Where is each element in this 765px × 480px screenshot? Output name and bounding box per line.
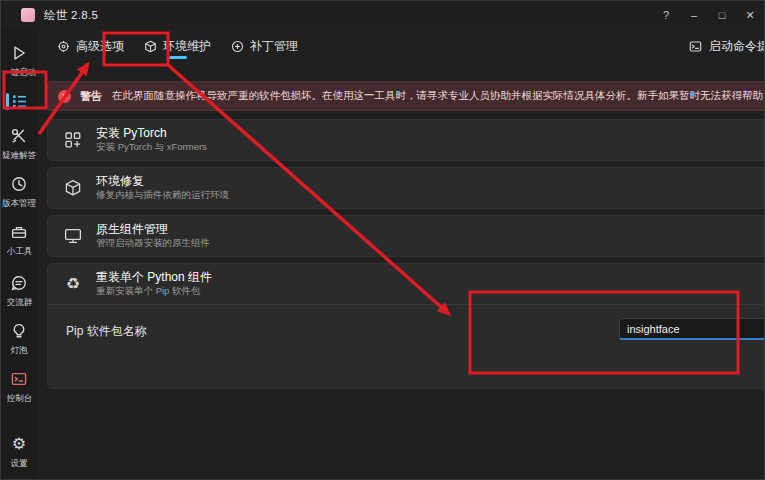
monitor-icon [62,225,84,247]
card-subtitle: 修复内核与插件依赖的运行环境 [96,190,229,200]
card-header-env-repair[interactable]: 环境修复 修复内核与插件依赖的运行环境 [48,168,765,208]
sidebar-item-label: 小工具 [6,245,32,257]
chat-icon [9,273,29,293]
environment-maintenance-icon [144,40,157,53]
selected-indicator [6,93,9,110]
play-icon [9,43,29,63]
sidebar: 一键启动 [1,29,37,480]
advanced-options-icon [57,40,70,53]
sidebar-item-troubleshoot[interactable]: 疑难解答 [1,122,37,165]
sidebar-item-label: 灯泡 [10,344,27,356]
card-reinstall-python-component: ♻ 重装单个 Python 组件 重新安装单个 Pip 软件包 Pip 软件包名… [47,263,765,389]
maximize-button[interactable]: □ [708,1,736,29]
sidebar-item-label: 版本管理 [2,197,36,209]
lightbulb-icon [9,321,29,341]
tab-bar: 高级选项 环境维护 补丁管理 [37,29,765,63]
patch-management-icon [231,40,244,53]
command-prompt-label: 启动命令提示符 [709,38,765,55]
sidebar-item-label: 一键启动 [2,66,36,78]
active-tab-indicator [169,56,187,59]
card-env-repair: 环境修复 修复内核与插件依赖的运行环境 [47,167,765,209]
card-title: 环境修复 [96,175,229,188]
tab-patch-management[interactable]: 补丁管理 [221,29,308,63]
sidebar-item-quick-launch[interactable]: 一键启动 [1,39,37,82]
card-title: 原生组件管理 [96,223,210,236]
error-icon: ✕ [58,90,71,103]
console-icon [9,369,29,389]
pip-reinstall-form: Pip 软件包名称 insightface ✕ 重新安装 [48,304,765,388]
window-title: 绘世 2.8.5 [44,8,98,23]
tab-advanced-options[interactable]: 高级选项 [47,29,134,63]
pip-package-name-label: Pip 软件包名称 [66,323,147,372]
recycle-icon: ♻ [62,273,84,295]
sidebar-item-settings[interactable]: ⚙ 设置 [1,430,37,473]
card-title: 重装单个 Python 组件 [96,271,212,284]
warning-text: 在此界面随意操作将导致严重的软件包损坏。在使用这一工具时，请寻求专业人员协助并根… [112,89,765,103]
card-subtitle: 安装 PyTorch 与 xFormers [96,142,207,152]
sidebar-item-advanced-list[interactable] [1,87,37,117]
app-logo-icon [21,8,35,22]
toolbox-icon [9,222,29,242]
sidebar-item-chat-group[interactable]: 交流群 [1,269,37,312]
card-native-components: 原生组件管理 管理启动器安装的原生组件 [47,215,765,257]
content-area: ✕ 警告 在此界面随意操作将导致严重的软件包损坏。在使用这一工具时，请寻求专业人… [37,63,765,480]
sidebar-item-label: 控制台 [6,392,32,404]
settings-gear-icon: ⚙ [9,434,29,454]
sidebar-item-lightbulb[interactable]: 灯泡 [1,317,37,360]
window-controls: ? – □ ✕ [652,1,764,29]
sidebar-item-version[interactable]: 版本管理 [1,170,37,213]
sidebar-item-label: 交流群 [6,296,32,308]
pytorch-install-icon [62,129,84,151]
card-title: 安装 PyTorch [96,127,207,140]
sidebar-item-console[interactable]: 控制台 [1,365,37,408]
help-button[interactable]: ? [652,1,680,29]
main-panel: 高级选项 环境维护 补丁管理 [37,29,765,480]
minimize-button[interactable]: – [680,1,708,29]
tab-label: 高级选项 [76,38,124,55]
tab-label: 环境维护 [163,38,211,55]
package-cube-icon [62,177,84,199]
sidebar-item-label: 设置 [10,457,27,469]
history-icon [9,174,29,194]
tools-icon [9,126,29,146]
close-button[interactable]: ✕ [736,1,764,29]
warning-banner: ✕ 警告 在此界面随意操作将导致严重的软件包损坏。在使用这一工具时，请寻求专业人… [47,81,765,111]
terminal-icon [689,40,702,53]
warning-label: 警告 [80,89,102,104]
card-subtitle: 管理启动器安装的原生组件 [96,238,210,248]
title-bar: 绘世 2.8.5 ? – □ ✕ [1,1,764,29]
card-install-pytorch: 安装 PyTorch 安装 PyTorch 与 xFormers [47,119,765,161]
command-prompt-button[interactable]: 启动命令提示符 [679,33,765,60]
list-icon [9,91,29,111]
sidebar-item-label: 疑难解答 [2,149,36,161]
card-header-install-pytorch[interactable]: 安装 PyTorch 安装 PyTorch 与 xFormers [48,120,765,160]
pip-package-name-input[interactable]: insightface ✕ [619,318,765,340]
input-value: insightface [627,323,765,335]
tab-label: 补丁管理 [250,38,298,55]
sidebar-item-tools[interactable]: 小工具 [1,218,37,261]
card-subtitle: 重新安装单个 Pip 软件包 [96,286,212,296]
card-header-reinstall-python-component[interactable]: ♻ 重装单个 Python 组件 重新安装单个 Pip 软件包 [48,264,765,304]
tab-environment-maintenance[interactable]: 环境维护 [134,29,221,63]
card-header-native-components[interactable]: 原生组件管理 管理启动器安装的原生组件 [48,216,765,256]
app-window: 绘世 2.8.5 ? – □ ✕ 一键启动 [0,0,765,480]
